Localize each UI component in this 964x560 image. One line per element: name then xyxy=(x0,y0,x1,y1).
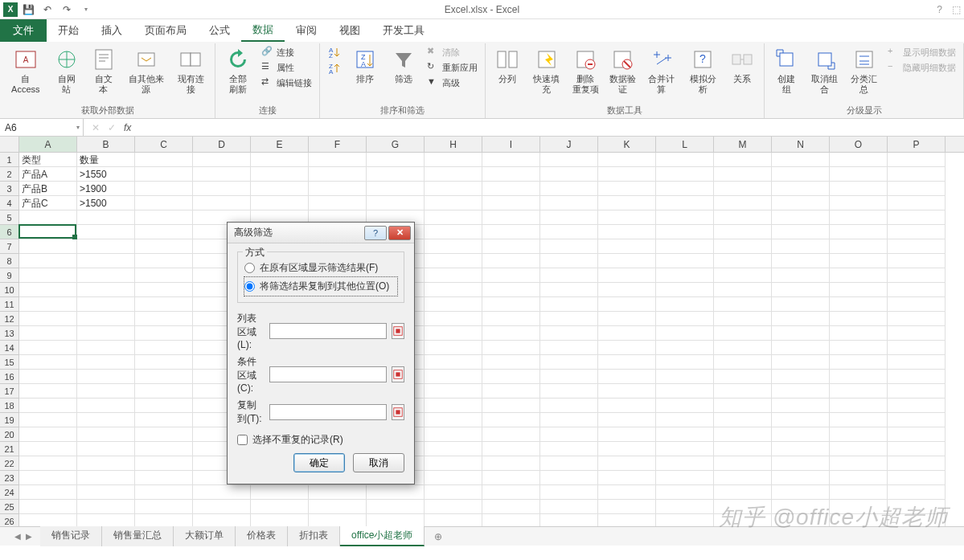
cell[interactable] xyxy=(540,312,598,326)
cell[interactable] xyxy=(598,355,656,370)
cell[interactable] xyxy=(830,456,888,471)
cell[interactable] xyxy=(888,239,946,254)
cell[interactable] xyxy=(193,196,251,211)
cell[interactable] xyxy=(656,471,714,485)
cell[interactable] xyxy=(135,500,193,514)
sheet-tab[interactable]: 折扣表 xyxy=(288,526,340,546)
sheet-nav-next-icon[interactable]: ▶ xyxy=(26,532,32,541)
cell[interactable] xyxy=(135,399,193,413)
cell[interactable] xyxy=(830,370,888,384)
cell[interactable] xyxy=(598,196,656,211)
edit-links-button[interactable]: ⇄编辑链接 xyxy=(259,76,314,90)
add-sheet-button[interactable]: ⊕ xyxy=(425,531,452,542)
cell[interactable] xyxy=(714,442,772,456)
cell[interactable] xyxy=(77,384,135,399)
cell[interactable] xyxy=(830,384,888,399)
cell[interactable] xyxy=(772,413,830,427)
consolidate-button[interactable]: 合并计算 xyxy=(642,45,680,96)
row-header[interactable]: 11 xyxy=(0,297,19,312)
cell[interactable] xyxy=(425,167,482,182)
cell[interactable] xyxy=(888,413,946,427)
sheet-nav-prev-icon[interactable]: ◀ xyxy=(14,532,21,541)
cell[interactable] xyxy=(425,225,482,239)
sort-button[interactable]: ZA排序 xyxy=(347,45,383,86)
cell[interactable] xyxy=(598,182,656,196)
qat-customize-icon[interactable]: ▾ xyxy=(77,2,95,18)
existing-connections-button[interactable]: 现有连接 xyxy=(172,45,210,96)
cell[interactable] xyxy=(540,427,598,442)
cell[interactable] xyxy=(714,167,772,182)
cell[interactable] xyxy=(714,370,772,384)
cell[interactable] xyxy=(830,297,888,312)
row-header[interactable]: 21 xyxy=(0,442,19,456)
cell[interactable] xyxy=(772,370,830,384)
cell[interactable] xyxy=(540,153,598,167)
cell[interactable] xyxy=(598,268,656,283)
formula-input[interactable] xyxy=(139,119,964,136)
cell[interactable] xyxy=(251,485,309,500)
cell[interactable] xyxy=(540,442,598,456)
cell[interactable] xyxy=(19,225,77,239)
row-header[interactable]: 19 xyxy=(0,413,19,427)
sheet-tab[interactable]: 销售量汇总 xyxy=(102,526,174,546)
cell[interactable] xyxy=(830,355,888,370)
cell[interactable] xyxy=(135,485,193,500)
cell[interactable] xyxy=(888,153,946,167)
cell[interactable] xyxy=(367,167,425,182)
cell[interactable] xyxy=(888,196,946,211)
cell[interactable] xyxy=(598,413,656,427)
cell[interactable] xyxy=(135,182,193,196)
data-validation-button[interactable]: 数据验 证 xyxy=(605,45,639,96)
cell[interactable] xyxy=(193,153,251,167)
what-if-button[interactable]: ?模拟分析 xyxy=(684,45,722,96)
cell[interactable] xyxy=(830,399,888,413)
cancel-button[interactable]: 取消 xyxy=(353,453,404,472)
cell[interactable] xyxy=(888,167,946,182)
cell[interactable] xyxy=(598,167,656,182)
cell[interactable] xyxy=(830,413,888,427)
cell[interactable] xyxy=(367,485,425,500)
tab-insert[interactable]: 插入 xyxy=(90,19,133,42)
cell[interactable] xyxy=(540,254,598,268)
cell[interactable] xyxy=(77,427,135,442)
cell[interactable] xyxy=(540,399,598,413)
cell[interactable] xyxy=(656,341,714,355)
cell[interactable] xyxy=(772,196,830,211)
cell[interactable] xyxy=(714,182,772,196)
cell[interactable] xyxy=(540,211,598,225)
cell[interactable] xyxy=(540,355,598,370)
cell[interactable] xyxy=(772,225,830,239)
cell[interactable] xyxy=(772,442,830,456)
cell[interactable] xyxy=(251,153,309,167)
name-box[interactable]: A6 xyxy=(0,119,84,136)
cell[interactable] xyxy=(772,427,830,442)
cell[interactable] xyxy=(714,355,772,370)
criteria-picker-icon[interactable] xyxy=(392,366,404,382)
cell[interactable] xyxy=(772,297,830,312)
cell[interactable] xyxy=(367,500,425,514)
cell[interactable] xyxy=(425,500,482,514)
cell[interactable] xyxy=(19,399,77,413)
cell[interactable] xyxy=(425,326,482,341)
row-header[interactable]: 23 xyxy=(0,471,19,485)
cell[interactable] xyxy=(309,182,367,196)
cell[interactable] xyxy=(77,239,135,254)
cell[interactable] xyxy=(656,442,714,456)
cell[interactable] xyxy=(656,196,714,211)
cell[interactable] xyxy=(772,268,830,283)
file-tab[interactable]: 文件 xyxy=(0,19,47,42)
cell[interactable] xyxy=(367,153,425,167)
ungroup-button[interactable]: 取消组合 xyxy=(806,45,843,96)
cell[interactable] xyxy=(135,442,193,456)
cell[interactable] xyxy=(135,341,193,355)
dialog-titlebar[interactable]: 高级筛选 ? ✕ xyxy=(228,223,414,243)
cell[interactable] xyxy=(135,355,193,370)
cell[interactable] xyxy=(482,370,540,384)
cell[interactable] xyxy=(888,456,946,471)
cell[interactable] xyxy=(19,471,77,485)
cell[interactable] xyxy=(540,196,598,211)
cell[interactable] xyxy=(540,485,598,500)
cell[interactable] xyxy=(714,297,772,312)
tab-formulas[interactable]: 公式 xyxy=(198,19,241,42)
cell[interactable] xyxy=(425,370,482,384)
